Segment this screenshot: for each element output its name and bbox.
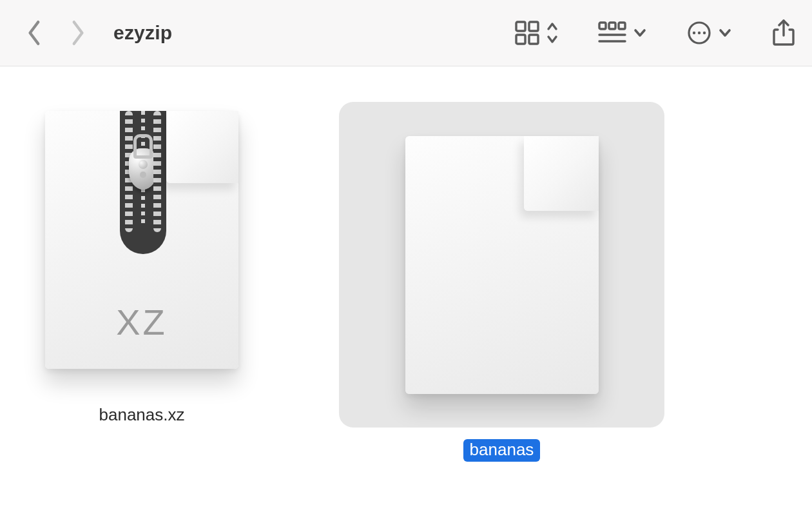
file-type-badge: XZ [45, 301, 238, 343]
ellipsis-circle-icon [687, 21, 711, 45]
svg-rect-1 [529, 22, 538, 31]
file-item-xz-archive[interactable]: XZ bananas.xz [39, 102, 245, 462]
selection-highlight [339, 102, 664, 428]
file-grid[interactable]: XZ bananas.xz bananas [0, 66, 812, 497]
svg-rect-6 [619, 23, 625, 29]
file-name-label-selected[interactable]: bananas [463, 439, 541, 462]
svg-rect-2 [516, 35, 525, 44]
nav-group [27, 19, 85, 46]
group-by-button[interactable] [598, 20, 647, 46]
nav-back-button[interactable] [27, 19, 44, 46]
actions-button[interactable] [687, 21, 732, 45]
svg-point-12 [703, 32, 706, 34]
share-button[interactable] [772, 19, 795, 46]
grid-icon [514, 20, 540, 46]
file-icon-blank [405, 136, 599, 394]
up-down-icon [546, 21, 558, 45]
svg-point-11 [698, 32, 701, 34]
view-mode-button[interactable] [514, 20, 558, 46]
svg-rect-0 [516, 22, 525, 31]
file-name-label[interactable]: bananas.xz [99, 405, 185, 425]
finder-toolbar: ezyzip [0, 0, 812, 66]
chevron-down-icon [633, 26, 647, 40]
chevron-down-icon [718, 26, 732, 40]
toolbar-right-controls [514, 19, 795, 46]
svg-point-10 [693, 32, 695, 34]
file-item-document-selected[interactable]: bananas [339, 102, 664, 462]
svg-rect-5 [609, 23, 615, 29]
nav-forward-button[interactable] [68, 19, 85, 46]
svg-rect-3 [529, 35, 538, 44]
share-icon [772, 19, 795, 46]
group-icon [598, 20, 626, 46]
window-title: ezyzip [113, 22, 172, 44]
svg-rect-4 [599, 23, 606, 29]
zipper-icon [120, 111, 166, 254]
file-icon-xz: XZ [45, 111, 238, 369]
